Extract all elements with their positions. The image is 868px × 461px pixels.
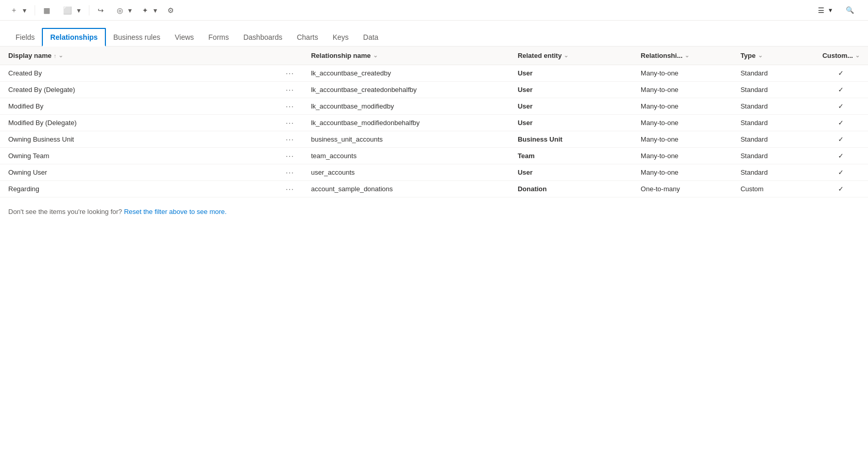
cell-relationship-type: Many-to-one bbox=[632, 148, 732, 164]
cell-type: Standard bbox=[732, 98, 814, 115]
tab-forms[interactable]: Forms bbox=[201, 29, 236, 47]
export-lake-icon: ◎ bbox=[117, 6, 123, 14]
table-row[interactable]: Owning Business Unit···business_unit_acc… bbox=[0, 131, 868, 148]
cell-type: Standard bbox=[732, 131, 814, 148]
cell-relationship-name: business_unit_accounts bbox=[303, 131, 509, 148]
col-header-custom[interactable]: Custom... ⌄ bbox=[814, 47, 868, 65]
export-data-button[interactable]: ↪ bbox=[94, 4, 111, 17]
cell-actions[interactable]: ··· bbox=[277, 65, 303, 82]
settings-button[interactable]: ⚙ bbox=[163, 4, 181, 17]
table-row[interactable]: Regarding···account_sample_donationsDona… bbox=[0, 181, 868, 197]
cell-custom: ✓ bbox=[814, 82, 868, 98]
cell-custom: ✓ bbox=[814, 115, 868, 131]
ai-builder-button[interactable]: ✦ ▾ bbox=[138, 4, 161, 17]
cell-actions[interactable]: ··· bbox=[277, 115, 303, 131]
tab-data[interactable]: Data bbox=[356, 29, 386, 47]
cell-related-entity: User bbox=[509, 65, 632, 82]
default-dropdown-icon: ▾ bbox=[829, 6, 832, 14]
export-data-icon: ↪ bbox=[98, 6, 104, 14]
cell-actions[interactable]: ··· bbox=[277, 148, 303, 164]
ai-builder-icon: ✦ bbox=[142, 6, 148, 14]
export-lake-dropdown-icon: ▾ bbox=[128, 6, 132, 14]
cell-custom: ✓ bbox=[814, 164, 868, 181]
custom-header-label: Custom... bbox=[823, 52, 853, 59]
cell-relationship-type: Many-to-one bbox=[632, 65, 732, 82]
related-entity-filter-icon: ⌄ bbox=[564, 52, 568, 59]
cell-related-entity: Donation bbox=[509, 181, 632, 197]
cell-relationship-name: team_accounts bbox=[303, 148, 509, 164]
search-button[interactable]: 🔍 bbox=[841, 4, 862, 16]
search-icon: 🔍 bbox=[846, 6, 854, 14]
cell-related-entity: User bbox=[509, 164, 632, 181]
tab-views[interactable]: Views bbox=[167, 29, 201, 47]
tab-fields[interactable]: Fields bbox=[8, 29, 42, 47]
default-button[interactable]: ☰ ▾ bbox=[814, 4, 836, 17]
table-row[interactable]: Modified By···lk_accountbase_modifiedbyU… bbox=[0, 98, 868, 115]
add-icon: ＋ bbox=[10, 6, 18, 15]
col-header-relationship-type[interactable]: Relationshi... ⌄ bbox=[632, 47, 732, 65]
cell-relationship-type: Many-to-one bbox=[632, 164, 732, 181]
tab-charts[interactable]: Charts bbox=[289, 29, 325, 47]
cell-relationship-name: lk_accountbase_createdby bbox=[303, 65, 509, 82]
cell-relationship-type: Many-to-one bbox=[632, 98, 732, 115]
table-row[interactable]: Created By···lk_accountbase_createdbyUse… bbox=[0, 65, 868, 82]
cell-display-name: Regarding bbox=[0, 181, 277, 197]
cell-type: Standard bbox=[732, 164, 814, 181]
cell-type: Standard bbox=[732, 148, 814, 164]
relationship-type-header-label: Relationshi... bbox=[641, 52, 683, 59]
table-row[interactable]: Created By (Delegate)···lk_accountbase_c… bbox=[0, 82, 868, 98]
col-header-type[interactable]: Type ⌄ bbox=[732, 47, 814, 65]
col-header-related-entity[interactable]: Related entity ⌄ bbox=[509, 47, 632, 65]
cell-relationship-type: One-to-many bbox=[632, 181, 732, 197]
tab-business-rules[interactable]: Business rules bbox=[106, 29, 167, 47]
cell-type: Standard bbox=[732, 82, 814, 98]
add-relationship-dropdown-icon: ▾ bbox=[23, 6, 26, 14]
cell-related-entity: User bbox=[509, 98, 632, 115]
tab-keys[interactable]: Keys bbox=[326, 29, 356, 47]
table-body: Created By···lk_accountbase_createdbyUse… bbox=[0, 65, 868, 197]
get-data-button[interactable]: ⬜ ▾ bbox=[59, 4, 85, 17]
relationship-name-filter-icon: ⌄ bbox=[373, 52, 378, 59]
cell-custom: ✓ bbox=[814, 148, 868, 164]
col-header-display-name[interactable]: Display name ↑ ⌄ bbox=[0, 47, 277, 65]
cell-related-entity: User bbox=[509, 82, 632, 98]
cell-related-entity: Team bbox=[509, 148, 632, 164]
type-header-label: Type bbox=[740, 52, 755, 59]
add-relationship-button[interactable]: ＋ ▾ bbox=[6, 4, 30, 17]
relationship-name-header-label: Relationship name bbox=[311, 52, 371, 59]
table-row[interactable]: Owning Team···team_accountsTeamMany-to-o… bbox=[0, 148, 868, 164]
menu-icon: ☰ bbox=[818, 6, 825, 14]
cell-actions[interactable]: ··· bbox=[277, 131, 303, 148]
cell-display-name: Created By (Delegate) bbox=[0, 82, 277, 98]
toolbar: ＋ ▾ ▦ ⬜ ▾ ↪ ◎ ▾ ✦ ▾ ⚙ ☰ ▾ 🔍 bbox=[0, 0, 868, 21]
cell-type: Standard bbox=[732, 65, 814, 82]
cell-relationship-type: Many-to-one bbox=[632, 131, 732, 148]
reset-filter-link[interactable]: Reset the filter above to see more. bbox=[124, 208, 227, 216]
type-filter-icon: ⌄ bbox=[758, 52, 763, 59]
cell-actions[interactable]: ··· bbox=[277, 98, 303, 115]
toolbar-divider-2 bbox=[89, 5, 89, 16]
col-header-relationship-name[interactable]: Relationship name ⌄ bbox=[303, 47, 509, 65]
toolbar-divider-1 bbox=[35, 5, 35, 16]
tab-dashboards[interactable]: Dashboards bbox=[236, 29, 290, 47]
table-row[interactable]: Modified By (Delegate)···lk_accountbase_… bbox=[0, 115, 868, 131]
table-row[interactable]: Owning User···user_accountsUserMany-to-o… bbox=[0, 164, 868, 181]
ai-builder-dropdown-icon: ▾ bbox=[153, 6, 157, 14]
export-lake-button[interactable]: ◎ ▾ bbox=[113, 4, 136, 17]
cell-actions[interactable]: ··· bbox=[277, 164, 303, 181]
cell-type: Standard bbox=[732, 115, 814, 131]
table-container: Display name ↑ ⌄ Relationship name ⌄ Rel… bbox=[0, 47, 868, 226]
cell-display-name: Modified By bbox=[0, 98, 277, 115]
cell-display-name: Modified By (Delegate) bbox=[0, 115, 277, 131]
related-entity-header-label: Related entity bbox=[518, 52, 562, 59]
excel-icon: ▦ bbox=[43, 6, 50, 14]
cell-actions[interactable]: ··· bbox=[277, 181, 303, 197]
display-name-filter-icon: ⌄ bbox=[58, 52, 63, 59]
edit-excel-button[interactable]: ▦ bbox=[39, 4, 57, 17]
cell-actions[interactable]: ··· bbox=[277, 82, 303, 98]
breadcrumb bbox=[0, 21, 868, 26]
custom-filter-icon: ⌄ bbox=[855, 52, 860, 59]
cell-related-entity: User bbox=[509, 115, 632, 131]
tab-relationships[interactable]: Relationships bbox=[42, 28, 106, 47]
settings-icon: ⚙ bbox=[167, 6, 174, 14]
